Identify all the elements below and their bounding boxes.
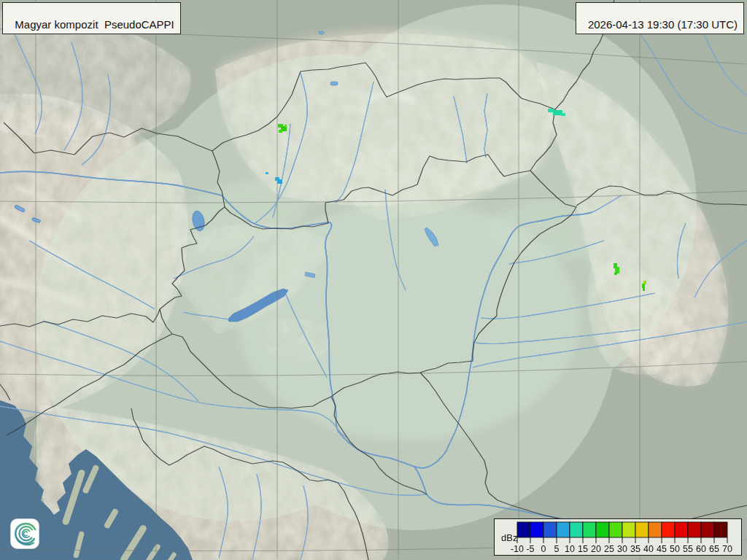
radar-map-canvas — [0, 0, 747, 560]
svg-text:35: 35 — [630, 544, 640, 554]
svg-text:15: 15 — [578, 544, 588, 554]
timestamp-box: 2026-04-13 19:30 (17:30 UTC) — [576, 2, 744, 34]
svg-text:5: 5 — [554, 544, 560, 554]
radar-viewer: Magyar kompozit PseudoCAPPI 2026-04-13 1… — [0, 0, 747, 560]
legend-unit-label: dBz — [501, 532, 517, 543]
timestamp-label: 2026-04-13 19:30 (17:30 UTC) — [588, 18, 738, 31]
svg-text:70: 70 — [722, 544, 732, 554]
svg-text:60: 60 — [696, 544, 706, 554]
svg-text:50: 50 — [670, 544, 680, 554]
legend-tick-labels: -10-50510152025303540455055606570 — [511, 544, 732, 554]
svg-text:20: 20 — [591, 544, 601, 554]
svg-text:-5: -5 — [526, 544, 534, 554]
svg-text:45: 45 — [657, 544, 667, 554]
svg-text:-10: -10 — [511, 544, 524, 554]
reflectivity-legend: dBz -10-50510152025303540455055606570 — [494, 518, 742, 556]
svg-text:0: 0 — [541, 544, 546, 554]
svg-text:25: 25 — [604, 544, 614, 554]
svg-text:10: 10 — [565, 544, 575, 554]
legend-color-cells — [517, 522, 727, 537]
product-title-box: Magyar kompozit PseudoCAPPI — [2, 2, 181, 34]
echo-nw-cyan-small — [266, 172, 268, 174]
legend-scale: dBz -10-50510152025303540455055606570 — [495, 519, 741, 555]
legend-ticks — [517, 537, 727, 543]
svg-text:65: 65 — [709, 544, 719, 554]
weather-service-logo — [10, 518, 39, 549]
product-title: Magyar kompozit PseudoCAPPI — [15, 18, 174, 31]
svg-text:55: 55 — [683, 544, 693, 554]
svg-text:30: 30 — [617, 544, 627, 554]
svg-text:40: 40 — [643, 544, 654, 554]
